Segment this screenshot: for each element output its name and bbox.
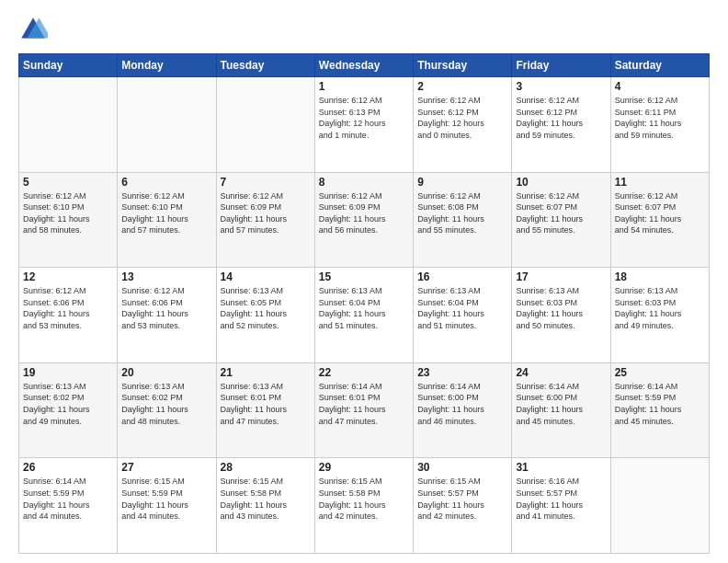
calendar-cell [216,77,314,173]
day-number: 5 [23,176,113,189]
day-info: Sunrise: 6:13 AM Sunset: 6:03 PM Dayligh… [615,285,705,331]
calendar-cell [19,77,118,173]
calendar-cell: 31Sunrise: 6:16 AM Sunset: 5:57 PM Dayli… [512,458,610,554]
calendar-cell: 9Sunrise: 6:12 AM Sunset: 6:08 PM Daylig… [414,172,512,268]
day-number: 2 [417,80,507,93]
logo [18,15,51,44]
day-number: 12 [23,270,113,283]
day-info: Sunrise: 6:12 AM Sunset: 6:12 PM Dayligh… [417,95,507,141]
calendar-cell [118,77,216,173]
calendar-cell: 19Sunrise: 6:13 AM Sunset: 6:02 PM Dayli… [19,362,118,458]
day-info: Sunrise: 6:14 AM Sunset: 6:00 PM Dayligh… [516,381,606,427]
day-number: 11 [615,176,705,189]
calendar-cell: 1Sunrise: 6:12 AM Sunset: 6:13 PM Daylig… [314,77,413,173]
calendar-cell: 27Sunrise: 6:15 AM Sunset: 5:59 PM Dayli… [118,458,216,554]
day-info: Sunrise: 6:13 AM Sunset: 6:02 PM Dayligh… [23,381,113,427]
weekday-header: Wednesday [314,54,413,77]
day-info: Sunrise: 6:16 AM Sunset: 5:57 PM Dayligh… [516,476,606,522]
calendar-cell: 3Sunrise: 6:12 AM Sunset: 6:12 PM Daylig… [512,77,610,173]
calendar-cell: 12Sunrise: 6:12 AM Sunset: 6:06 PM Dayli… [19,268,118,363]
day-number: 15 [319,270,409,283]
calendar-cell: 2Sunrise: 6:12 AM Sunset: 6:12 PM Daylig… [414,77,512,173]
calendar-week-row: 1Sunrise: 6:12 AM Sunset: 6:13 PM Daylig… [19,77,710,173]
calendar-cell: 26Sunrise: 6:14 AM Sunset: 5:59 PM Dayli… [19,458,118,554]
calendar-cell: 30Sunrise: 6:15 AM Sunset: 5:57 PM Dayli… [414,458,512,554]
day-info: Sunrise: 6:12 AM Sunset: 6:10 PM Dayligh… [121,190,211,236]
calendar-cell: 10Sunrise: 6:12 AM Sunset: 6:07 PM Dayli… [512,172,610,268]
day-number: 25 [615,366,705,379]
day-number: 29 [319,461,409,474]
day-number: 27 [121,461,211,474]
calendar-cell: 23Sunrise: 6:14 AM Sunset: 6:00 PM Dayli… [414,362,512,458]
day-info: Sunrise: 6:15 AM Sunset: 5:59 PM Dayligh… [121,476,211,522]
day-info: Sunrise: 6:12 AM Sunset: 6:06 PM Dayligh… [23,285,113,331]
day-info: Sunrise: 6:12 AM Sunset: 6:07 PM Dayligh… [615,190,705,236]
day-info: Sunrise: 6:14 AM Sunset: 5:59 PM Dayligh… [23,476,113,522]
day-number: 6 [121,176,211,189]
day-info: Sunrise: 6:14 AM Sunset: 6:01 PM Dayligh… [319,381,409,427]
day-number: 16 [417,270,507,283]
day-number: 13 [121,270,211,283]
calendar-week-row: 19Sunrise: 6:13 AM Sunset: 6:02 PM Dayli… [19,362,710,458]
calendar-table: SundayMondayTuesdayWednesdayThursdayFrid… [18,53,710,554]
day-number: 30 [417,461,507,474]
day-number: 8 [319,176,409,189]
day-info: Sunrise: 6:15 AM Sunset: 5:57 PM Dayligh… [417,476,507,522]
day-info: Sunrise: 6:13 AM Sunset: 6:05 PM Dayligh… [221,285,311,331]
day-number: 17 [516,270,606,283]
day-info: Sunrise: 6:13 AM Sunset: 6:03 PM Dayligh… [516,285,606,331]
day-number: 21 [221,366,311,379]
page-container: SundayMondayTuesdayWednesdayThursdayFrid… [0,0,728,563]
calendar-cell: 28Sunrise: 6:15 AM Sunset: 5:58 PM Dayli… [216,458,314,554]
day-info: Sunrise: 6:12 AM Sunset: 6:08 PM Dayligh… [417,190,507,236]
day-info: Sunrise: 6:15 AM Sunset: 5:58 PM Dayligh… [221,476,311,522]
calendar-cell: 25Sunrise: 6:14 AM Sunset: 5:59 PM Dayli… [610,362,709,458]
calendar-cell: 4Sunrise: 6:12 AM Sunset: 6:11 PM Daylig… [610,77,709,173]
calendar-cell: 29Sunrise: 6:15 AM Sunset: 5:58 PM Dayli… [314,458,413,554]
calendar-cell: 7Sunrise: 6:12 AM Sunset: 6:09 PM Daylig… [216,172,314,268]
weekday-header: Tuesday [216,54,314,77]
day-info: Sunrise: 6:13 AM Sunset: 6:04 PM Dayligh… [417,285,507,331]
day-info: Sunrise: 6:13 AM Sunset: 6:04 PM Dayligh… [319,285,409,331]
day-number: 28 [221,461,311,474]
calendar-week-row: 12Sunrise: 6:12 AM Sunset: 6:06 PM Dayli… [19,268,710,363]
logo-icon [18,15,48,44]
day-number: 7 [221,176,311,189]
calendar-cell: 5Sunrise: 6:12 AM Sunset: 6:10 PM Daylig… [19,172,118,268]
day-number: 9 [417,176,507,189]
calendar-cell: 18Sunrise: 6:13 AM Sunset: 6:03 PM Dayli… [610,268,709,363]
calendar-cell: 11Sunrise: 6:12 AM Sunset: 6:07 PM Dayli… [610,172,709,268]
weekday-header: Saturday [610,54,709,77]
day-number: 31 [516,461,606,474]
calendar-cell: 16Sunrise: 6:13 AM Sunset: 6:04 PM Dayli… [414,268,512,363]
day-info: Sunrise: 6:13 AM Sunset: 6:02 PM Dayligh… [121,381,211,427]
calendar-cell [610,458,709,554]
day-number: 24 [516,366,606,379]
day-info: Sunrise: 6:12 AM Sunset: 6:09 PM Dayligh… [319,190,409,236]
day-info: Sunrise: 6:14 AM Sunset: 6:00 PM Dayligh… [417,381,507,427]
calendar-week-row: 5Sunrise: 6:12 AM Sunset: 6:10 PM Daylig… [19,172,710,268]
calendar-cell: 20Sunrise: 6:13 AM Sunset: 6:02 PM Dayli… [118,362,216,458]
calendar-cell: 15Sunrise: 6:13 AM Sunset: 6:04 PM Dayli… [314,268,413,363]
weekday-header: Sunday [19,54,118,77]
day-number: 20 [121,366,211,379]
calendar-cell: 13Sunrise: 6:12 AM Sunset: 6:06 PM Dayli… [118,268,216,363]
day-info: Sunrise: 6:12 AM Sunset: 6:09 PM Dayligh… [221,190,311,236]
day-number: 4 [615,80,705,93]
day-number: 10 [516,176,606,189]
day-info: Sunrise: 6:12 AM Sunset: 6:07 PM Dayligh… [516,190,606,236]
calendar-cell: 8Sunrise: 6:12 AM Sunset: 6:09 PM Daylig… [314,172,413,268]
calendar-cell: 17Sunrise: 6:13 AM Sunset: 6:03 PM Dayli… [512,268,610,363]
calendar-cell: 22Sunrise: 6:14 AM Sunset: 6:01 PM Dayli… [314,362,413,458]
weekday-header: Monday [118,54,216,77]
day-number: 3 [516,80,606,93]
day-info: Sunrise: 6:13 AM Sunset: 6:01 PM Dayligh… [221,381,311,427]
day-number: 18 [615,270,705,283]
day-info: Sunrise: 6:14 AM Sunset: 5:59 PM Dayligh… [615,381,705,427]
day-info: Sunrise: 6:15 AM Sunset: 5:58 PM Dayligh… [319,476,409,522]
weekday-header: Friday [512,54,610,77]
day-info: Sunrise: 6:12 AM Sunset: 6:10 PM Dayligh… [23,190,113,236]
weekday-header-row: SundayMondayTuesdayWednesdayThursdayFrid… [19,54,710,77]
day-info: Sunrise: 6:12 AM Sunset: 6:13 PM Dayligh… [319,95,409,141]
calendar-cell: 6Sunrise: 6:12 AM Sunset: 6:10 PM Daylig… [118,172,216,268]
